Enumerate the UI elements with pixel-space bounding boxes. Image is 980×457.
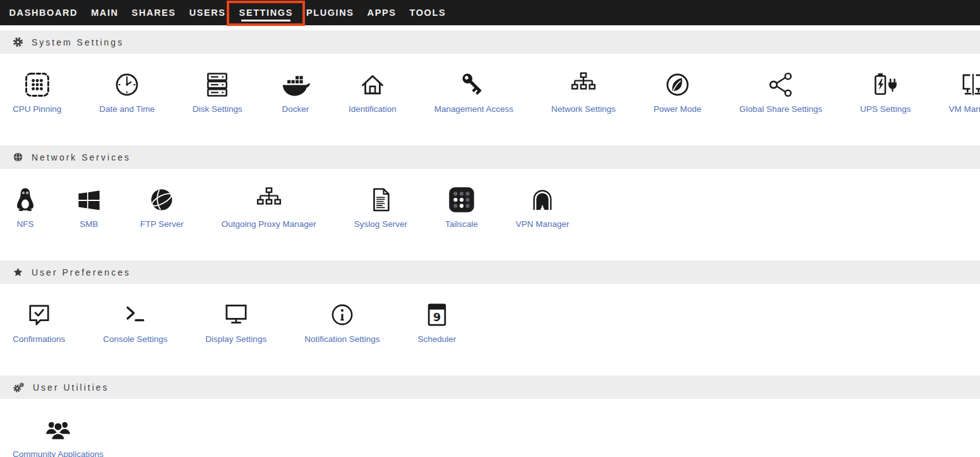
home-icon bbox=[359, 70, 386, 99]
star-icon bbox=[13, 267, 23, 277]
nav-item-dashboard[interactable]: DASHBOARD bbox=[3, 0, 85, 25]
monitor-icon bbox=[222, 300, 250, 329]
settings-item-label: Power Mode bbox=[654, 104, 702, 114]
nav-item-label: APPS bbox=[368, 8, 397, 18]
settings-item-label: Community Applications bbox=[13, 449, 104, 457]
calendar-icon: 9 bbox=[423, 300, 451, 329]
section-user-preferences: User PreferencesConfirmationsConsole Set… bbox=[0, 260, 980, 375]
section-title: System Settings bbox=[32, 37, 124, 47]
share-nodes-icon bbox=[767, 70, 795, 99]
section-header: System Settings bbox=[0, 30, 980, 54]
settings-item-tailscale[interactable]: Tailscale bbox=[445, 185, 478, 229]
settings-item-label: Date and Time bbox=[99, 104, 155, 114]
settings-item-power-mode[interactable]: Power Mode bbox=[654, 70, 702, 114]
settings-item-label: Outgoing Proxy Manager bbox=[222, 219, 316, 229]
section-items: Community Applications bbox=[0, 399, 980, 457]
section-network-services: Network ServicesNFSSMBFTP ServerOutgoing… bbox=[0, 145, 980, 260]
settings-item-vm-manager[interactable]: VM Manager bbox=[949, 70, 980, 114]
nav-item-users[interactable]: USERS bbox=[182, 0, 232, 25]
settings-item-identification[interactable]: Identification bbox=[349, 70, 397, 114]
section-header: User Utilities bbox=[0, 375, 980, 399]
settings-page: System SettingsCPU PinningDate and TimeD… bbox=[0, 25, 980, 457]
settings-item-management-access[interactable]: Management Access bbox=[434, 70, 513, 114]
nav-item-main[interactable]: MAIN bbox=[85, 0, 125, 25]
settings-item-syslog-server[interactable]: Syslog Server bbox=[354, 185, 407, 229]
windows-icon bbox=[76, 185, 102, 214]
nav-item-apps[interactable]: APPS bbox=[361, 0, 403, 25]
nav-item-shares[interactable]: SHARES bbox=[125, 0, 182, 25]
section-items: CPU PinningDate and TimeDisk SettingsDoc… bbox=[0, 54, 980, 145]
settings-item-label: Display Settings bbox=[205, 334, 266, 344]
nav-item-tools[interactable]: TOOLS bbox=[403, 0, 453, 25]
nav-item-label: SETTINGS bbox=[239, 8, 293, 18]
tux-icon bbox=[13, 185, 38, 214]
settings-item-label: Disk Settings bbox=[193, 104, 242, 114]
settings-item-label: SMB bbox=[80, 219, 98, 229]
settings-item-network-settings[interactable]: Network Settings bbox=[551, 70, 616, 114]
settings-item-label: Global Share Settings bbox=[739, 104, 822, 114]
tailscale-icon bbox=[448, 185, 475, 214]
nav-item-settings[interactable]: SETTINGS bbox=[232, 0, 299, 25]
settings-item-label: Confirmations bbox=[13, 334, 65, 344]
settings-item-label: Docker bbox=[282, 104, 309, 114]
hood-icon bbox=[529, 185, 556, 214]
settings-item-ups-settings[interactable]: UPS Settings bbox=[860, 70, 911, 114]
sitemap-icon bbox=[570, 70, 597, 99]
gears-icon bbox=[13, 382, 25, 393]
settings-item-display-settings[interactable]: Display Settings bbox=[205, 300, 266, 344]
document-icon bbox=[367, 185, 395, 214]
settings-item-label: Identification bbox=[349, 104, 397, 114]
battery-plug-icon bbox=[871, 70, 899, 99]
globe-icon bbox=[13, 152, 23, 162]
disk-stack-icon bbox=[203, 70, 231, 99]
settings-item-label: Scheduler bbox=[417, 334, 456, 344]
key-icon bbox=[460, 70, 487, 99]
settings-item-disk-settings[interactable]: Disk Settings bbox=[193, 70, 242, 114]
settings-item-nfs[interactable]: NFS bbox=[13, 185, 38, 229]
settings-item-vpn-manager[interactable]: VPN Manager bbox=[516, 185, 570, 229]
settings-item-label: VM Manager bbox=[949, 104, 980, 114]
nav-item-plugins[interactable]: PLUGINS bbox=[299, 0, 361, 25]
settings-item-notification-settings[interactable]: Notification Settings bbox=[304, 300, 379, 344]
settings-item-docker[interactable]: Docker bbox=[280, 70, 311, 114]
settings-item-label: Network Settings bbox=[551, 104, 616, 114]
section-system-settings: System SettingsCPU PinningDate and TimeD… bbox=[0, 30, 980, 145]
users-icon bbox=[44, 415, 72, 444]
nav-item-label: TOOLS bbox=[409, 8, 446, 18]
settings-item-global-share-settings[interactable]: Global Share Settings bbox=[739, 70, 822, 114]
section-user-utilities: User UtilitiesCommunity Applications bbox=[0, 375, 980, 457]
section-header: Network Services bbox=[0, 145, 980, 169]
settings-item-outgoing-proxy-manager[interactable]: Outgoing Proxy Manager bbox=[222, 185, 316, 229]
settings-item-confirmations[interactable]: Confirmations bbox=[13, 300, 65, 344]
cpu-pinning-icon bbox=[23, 70, 51, 99]
section-items: ConfirmationsConsole SettingsDisplay Set… bbox=[0, 284, 980, 375]
settings-item-scheduler[interactable]: 9Scheduler bbox=[417, 300, 456, 344]
settings-item-label: Management Access bbox=[434, 104, 513, 114]
vm-brackets-icon bbox=[959, 70, 980, 99]
nav-item-label: PLUGINS bbox=[306, 8, 354, 18]
settings-item-console-settings[interactable]: Console Settings bbox=[103, 300, 167, 344]
settings-item-label: FTP Server bbox=[140, 219, 184, 229]
nav-item-label: DASHBOARD bbox=[9, 8, 78, 18]
settings-item-ftp-server[interactable]: FTP Server bbox=[140, 185, 184, 229]
settings-item-smb[interactable]: SMB bbox=[76, 185, 102, 229]
settings-item-label: CPU Pinning bbox=[13, 104, 61, 114]
section-title: Network Services bbox=[32, 152, 131, 162]
svg-text:9: 9 bbox=[433, 311, 441, 324]
globe-sphere-icon bbox=[148, 185, 176, 214]
settings-item-label: Notification Settings bbox=[304, 334, 379, 344]
settings-item-date-and-time[interactable]: Date and Time bbox=[99, 70, 155, 114]
section-items: NFSSMBFTP ServerOutgoing Proxy ManagerSy… bbox=[0, 169, 980, 260]
settings-item-label: Tailscale bbox=[445, 219, 478, 229]
nav-item-label: MAIN bbox=[91, 8, 118, 18]
section-title: User Utilities bbox=[33, 382, 109, 393]
section-title: User Preferences bbox=[32, 267, 131, 277]
info-circle-icon bbox=[328, 300, 356, 329]
settings-item-cpu-pinning[interactable]: CPU Pinning bbox=[13, 70, 61, 114]
top-nav: DASHBOARDMAINSHARESUSERSSETTINGSPLUGINSA… bbox=[0, 0, 980, 25]
settings-item-label: NFS bbox=[17, 219, 34, 229]
settings-item-community-applications[interactable]: Community Applications bbox=[13, 415, 104, 457]
settings-item-label: UPS Settings bbox=[860, 104, 911, 114]
nav-item-label: SHARES bbox=[132, 8, 176, 18]
clock-icon bbox=[113, 70, 141, 99]
